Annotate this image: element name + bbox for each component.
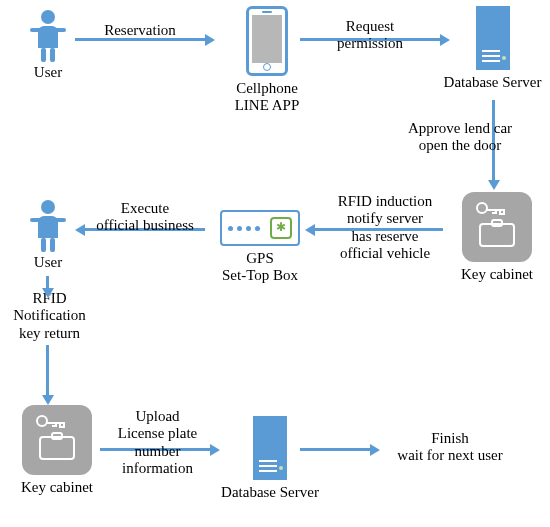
user-node-2: User [18, 200, 78, 271]
key-cabinet-icon [462, 192, 532, 262]
user-label: User [18, 254, 78, 271]
user-label: User [18, 64, 78, 81]
user-icon [34, 200, 62, 250]
key-cabinet-icon [22, 405, 92, 475]
svg-rect-4 [40, 437, 74, 459]
cellphone-icon [246, 6, 288, 76]
database-server-label: Database Server [215, 484, 325, 501]
database-server-node-1: Database Server [440, 6, 545, 91]
key-cabinet-node-1: Key cabinet [452, 192, 542, 283]
server-icon [253, 416, 287, 480]
svg-point-0 [477, 203, 487, 213]
arrow-finish [300, 448, 370, 451]
gps-label-2: Set-Top Box [210, 267, 310, 284]
cellphone-label-1: Cellphone [222, 80, 312, 97]
svg-point-3 [37, 416, 47, 426]
arrow-rfid-return [46, 276, 49, 288]
user-icon [34, 10, 62, 60]
label-approve: Approve lend car open the door [390, 120, 530, 155]
cellphone-node: Cellphone LINE APP [222, 6, 312, 115]
label-request-permission: Request permission [325, 18, 415, 53]
database-server-node-2: Database Server [215, 416, 325, 501]
cellphone-label-2: LINE APP [222, 97, 312, 114]
svg-rect-1 [480, 224, 514, 246]
arrow-rfid-return-2 [46, 345, 49, 395]
user-node-1: User [18, 10, 78, 81]
label-execute: Execute official business [85, 200, 205, 235]
gps-node: ✱ GPS Set-Top Box [210, 210, 310, 285]
database-server-label: Database Server [440, 74, 545, 91]
key-cabinet-label: Key cabinet [12, 479, 102, 496]
gps-settop-icon: ✱ [220, 210, 300, 246]
server-icon [476, 6, 510, 70]
label-reservation: Reservation [90, 22, 190, 39]
key-cabinet-label: Key cabinet [452, 266, 542, 283]
label-rfid-induction: RFID induction notify server has reserve… [330, 193, 440, 262]
label-finish: Finish wait for next user [375, 430, 525, 465]
label-upload: Upload License plate number information [105, 408, 210, 477]
key-cabinet-node-2: Key cabinet [12, 405, 102, 496]
gps-label-1: GPS [210, 250, 310, 267]
